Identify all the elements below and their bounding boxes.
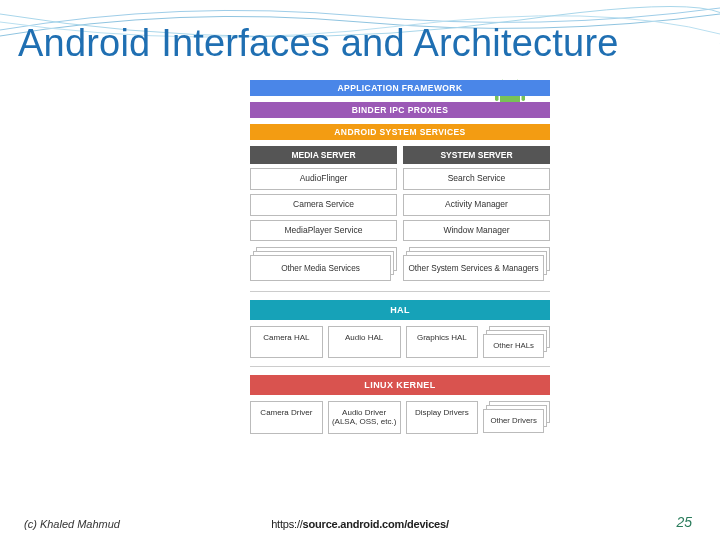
layer-system-services: ANDROID SYSTEM SERVICES [250, 124, 550, 140]
hal-more-stack: Other HALs [483, 326, 550, 358]
system-server-header: SYSTEM SERVER [403, 146, 550, 164]
system-more-label: Other System Services & Managers [403, 255, 544, 281]
system-item: Search Service [403, 168, 550, 190]
media-item: AudioFlinger [250, 168, 397, 190]
hal-item: Graphics HAL [406, 326, 479, 358]
layer-binder-ipc: BINDER IPC PROXIES [250, 102, 550, 118]
kernel-item: Display Drivers [406, 401, 479, 433]
source-url-text: source.android.com/devices/ [303, 518, 449, 530]
hal-row: Camera HAL Audio HAL Graphics HAL Other … [250, 326, 550, 358]
kernel-item: Camera Driver [250, 401, 323, 433]
architecture-diagram: APPLICATION FRAMEWORK BINDER IPC PROXIES… [250, 80, 550, 500]
media-more-stack: Other Media Services [250, 247, 397, 283]
system-server-column: SYSTEM SERVER Search Service Activity Ma… [403, 146, 550, 283]
layer-linux-kernel: LINUX KERNEL [250, 375, 550, 395]
media-item: MediaPlayer Service [250, 220, 397, 242]
hal-item: Audio HAL [328, 326, 401, 358]
divider [250, 366, 550, 367]
system-item: Window Manager [403, 220, 550, 242]
kernel-row: Camera Driver Audio Driver (ALSA, OSS, e… [250, 401, 550, 433]
copyright-text: (c) Khaled Mahmud [24, 518, 120, 530]
layer-hal: HAL [250, 300, 550, 320]
media-item: Camera Service [250, 194, 397, 216]
kernel-item: Audio Driver (ALSA, OSS, etc.) [328, 401, 401, 433]
kernel-more-stack: Other Drivers [483, 401, 550, 433]
source-url: https://source.android.com/devices/ [271, 518, 449, 530]
system-item: Activity Manager [403, 194, 550, 216]
hal-item: Camera HAL [250, 326, 323, 358]
services-columns: MEDIA SERVER AudioFlinger Camera Service… [250, 146, 550, 283]
page-number: 25 [676, 514, 692, 530]
page-title: Android Interfaces and Architecture [18, 22, 619, 65]
layer-app-framework: APPLICATION FRAMEWORK [250, 80, 550, 96]
system-more-stack: Other System Services & Managers [403, 247, 550, 283]
media-server-column: MEDIA SERVER AudioFlinger Camera Service… [250, 146, 397, 283]
media-more-label: Other Media Services [250, 255, 391, 281]
kernel-more-label: Other Drivers [483, 409, 544, 433]
divider [250, 291, 550, 292]
slide: Android Interfaces and Architecture APPL… [0, 0, 720, 540]
hal-more-label: Other HALs [483, 334, 544, 358]
media-server-header: MEDIA SERVER [250, 146, 397, 164]
